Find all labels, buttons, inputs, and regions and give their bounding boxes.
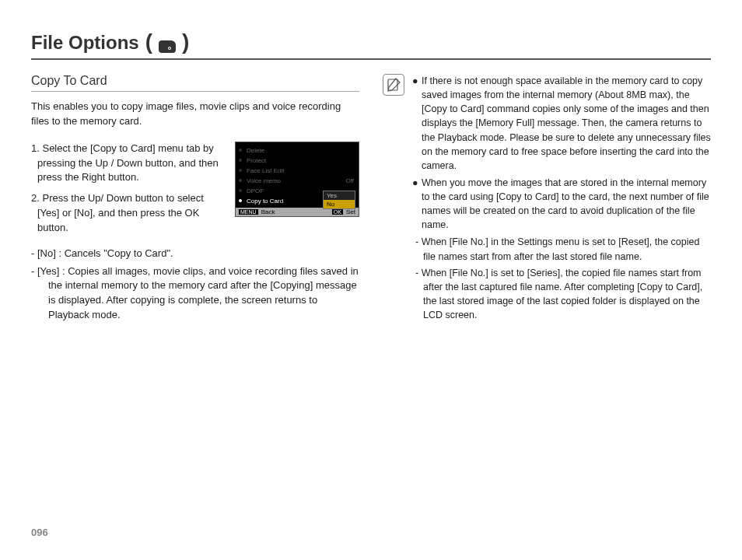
- lcd-foot-set: Set: [346, 208, 355, 215]
- lcd-popup-yes: Yes: [324, 191, 355, 200]
- step-1-text: Select the [Copy to Card] menu tab by pr…: [37, 142, 219, 184]
- lcd-key-ok: OK: [332, 209, 343, 215]
- lcd-item-label: Protect: [247, 157, 266, 164]
- bullet-mark: ●: [412, 74, 422, 173]
- svg-point-3: [169, 47, 170, 49]
- note-2-text: When you move the images that are stored…: [422, 176, 711, 233]
- substep-yes: - [Yes] : Copies all images, movie clips…: [48, 264, 359, 323]
- note-1-text: If there is not enough space available i…: [422, 74, 711, 173]
- substep-no-text: Cancels "Copy to Card".: [61, 247, 173, 259]
- substep-yes-text: Copies all images, movie clips, and voic…: [48, 265, 359, 321]
- paren-close: ): [182, 31, 189, 53]
- steps-list: 1. Select the [Copy to Card] menu tab by…: [31, 142, 226, 242]
- step-2-number: 2.: [31, 192, 40, 204]
- step-1: 1. Select the [Copy to Card] menu tab by…: [37, 142, 226, 186]
- note-bullet-1: ● If there is not enough space available…: [412, 74, 711, 173]
- lcd-item-label: Voice memo: [247, 177, 281, 184]
- lcd-popup: Yes No: [323, 191, 355, 209]
- lcd-item-label: DPOF: [247, 187, 264, 194]
- lcd-item-delete: Delete: [236, 145, 359, 156]
- substep-no-tag: - [No] :: [31, 247, 61, 259]
- note-dash-2: - When [File No.] is set to [Series], th…: [423, 266, 711, 323]
- lcd-item-label: Delete: [247, 147, 264, 154]
- substep-no: - [No] : Cancels "Copy to Card".: [48, 247, 359, 261]
- lcd-key-menu: MENU: [239, 209, 258, 215]
- bullet-mark: ●: [412, 176, 422, 233]
- lcd-item-protect: Protect: [236, 156, 359, 166]
- lcd-item-facelist: Face List Edit: [236, 166, 359, 176]
- lcd-item-label: Copy to Card: [247, 198, 283, 205]
- svg-rect-4: [388, 79, 397, 90]
- lcd-foot-back: Back: [261, 208, 275, 215]
- lcd-item-copytocard: Copy to Card Yes No: [236, 196, 359, 206]
- note-bullet-2: ● When you move the images that are stor…: [412, 176, 711, 233]
- step-1-number: 1.: [31, 142, 40, 154]
- lcd-item-label: Face List Edit: [247, 167, 284, 174]
- note-dash-1: - When [File No.] in the Settings menu i…: [423, 235, 711, 263]
- step-2: 2. Press the Up/ Down button to select […: [37, 191, 226, 236]
- lcd-item-value: Off: [345, 177, 354, 184]
- step-2-text: Press the Up/ Down button to select [Yes…: [37, 192, 204, 233]
- note-icon: [383, 74, 404, 96]
- page-title-row: File Options ( ): [31, 31, 711, 60]
- lcd-screenshot: Delete Protect Face List Edit Voice memo…: [235, 142, 359, 217]
- paren-open: (: [145, 31, 152, 53]
- file-options-icon: [159, 40, 176, 53]
- subheading-copy-to-card: Copy To Card: [31, 74, 359, 92]
- page-number: 096: [31, 527, 48, 538]
- lcd-popup-no: No: [324, 200, 355, 208]
- intro-text: This enables you to copy image files, mo…: [31, 100, 359, 129]
- right-column: ● If there is not enough space available…: [383, 74, 711, 326]
- notes-body: ● If there is not enough space available…: [412, 74, 711, 324]
- lcd-item-voicememo: Voice memoOff: [236, 176, 359, 186]
- left-column: Copy To Card This enables you to copy im…: [31, 74, 359, 326]
- page-title: File Options: [31, 32, 139, 54]
- substep-yes-tag: - [Yes] :: [31, 265, 65, 277]
